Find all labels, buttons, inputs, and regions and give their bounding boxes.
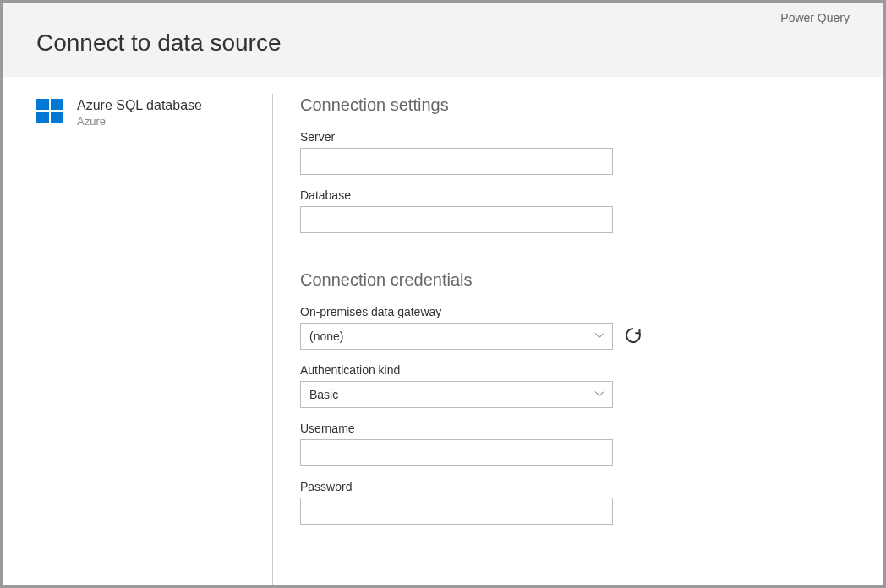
database-label: Database: [300, 188, 850, 202]
svg-rect-1: [51, 99, 63, 110]
gateway-label: On-premises data gateway: [300, 305, 850, 318]
sidebar: Azure SQL database Azure: [36, 94, 273, 585]
server-label: Server: [300, 130, 850, 144]
password-label: Password: [300, 480, 850, 493]
auth-kind-select[interactable]: Basic: [300, 381, 613, 408]
username-label: Username: [300, 422, 850, 435]
app-frame: Power Query Connect to data source Azure…: [0, 0, 886, 588]
username-input[interactable]: [300, 439, 613, 466]
refresh-gateway-button[interactable]: [623, 325, 643, 348]
header: Power Query Connect to data source: [3, 3, 883, 77]
server-input[interactable]: [300, 148, 613, 175]
password-input[interactable]: [300, 498, 613, 525]
refresh-icon: [625, 327, 642, 346]
database-input[interactable]: [300, 206, 613, 233]
svg-rect-3: [51, 112, 63, 122]
main-area: Azure SQL database Azure Connection sett…: [3, 77, 883, 585]
source-category: Azure: [77, 115, 202, 128]
data-source-item[interactable]: Azure SQL database Azure: [36, 94, 255, 129]
content-panel: Connection settings Server Database Conn…: [273, 94, 850, 585]
app-name: Power Query: [780, 11, 850, 24]
connection-credentials-title: Connection credentials: [300, 270, 850, 290]
svg-rect-0: [36, 99, 49, 110]
source-name: Azure SQL database: [77, 97, 202, 113]
page-title: Connect to data source: [36, 30, 850, 57]
gateway-select[interactable]: (none): [300, 323, 613, 350]
svg-rect-2: [36, 112, 49, 122]
auth-kind-label: Authentication kind: [300, 363, 850, 377]
windows-icon: [36, 97, 65, 129]
connection-settings-title: Connection settings: [300, 95, 850, 115]
